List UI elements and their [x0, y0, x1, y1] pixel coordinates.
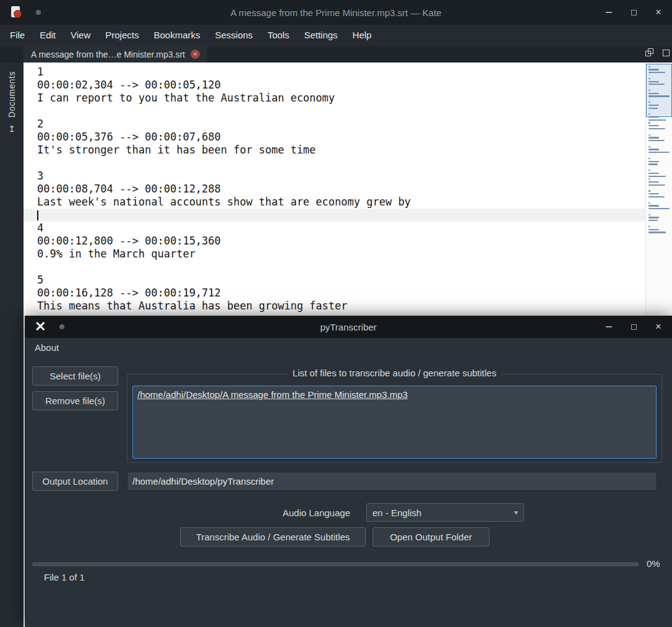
menu-sessions[interactable]: Sessions: [208, 25, 261, 46]
minimap-line: [648, 134, 650, 136]
editor-line[interactable]: 00:00:02,304 --> 00:00:05,120: [24, 79, 645, 92]
editor-line[interactable]: 00:00:12,800 --> 00:00:15,360: [24, 235, 645, 248]
editor-line[interactable]: [24, 261, 645, 274]
output-location-button[interactable]: Output Location: [32, 472, 118, 491]
editor-line[interactable]: 2: [24, 118, 645, 131]
minimap-line: [648, 220, 658, 221]
tab-close-button[interactable]: ×: [191, 50, 200, 59]
file-list[interactable]: /home/adhi/Desktop/A message from the Pr…: [132, 386, 657, 459]
minimap-line: [648, 170, 650, 171]
kate-app-icon-badge: [14, 10, 22, 18]
minimap-line: [648, 163, 658, 165]
minimap-line: [648, 178, 650, 179]
minimap-line: [648, 125, 659, 126]
desktop: A message from the Prime Minister.mp3.sr…: [0, 0, 672, 627]
minimap-line: [648, 193, 659, 194]
minimap-line: [648, 199, 650, 201]
tab-close-icon: ×: [193, 51, 197, 58]
minimap-line: [648, 146, 650, 147]
audio-language-select[interactable]: en - English ▾: [366, 503, 524, 522]
sidebar-item-documents[interactable]: Documents: [7, 71, 17, 118]
minimize-icon: [606, 12, 612, 13]
menu-view[interactable]: View: [63, 25, 98, 46]
editor-line[interactable]: 00:00:08,704 --> 00:00:12,288: [24, 183, 645, 196]
files-groupbox: List of files to transcribe audio / gene…: [127, 374, 662, 463]
documents-panel-icon: ↥: [8, 124, 15, 134]
minimap-line: [648, 176, 666, 177]
minimap-line: [648, 128, 665, 129]
menu-projects[interactable]: Projects: [98, 25, 146, 46]
minimap-line: [648, 223, 650, 224]
document-tab[interactable]: A message from the…e Minister.mp3.srt ×: [24, 46, 207, 63]
minimap-line: [648, 152, 670, 153]
editor-line[interactable]: 5: [24, 274, 645, 287]
editor-line[interactable]: 00:00:05,376 --> 00:00:07,680: [24, 131, 645, 144]
indicator-dot: [36, 10, 41, 15]
open-output-folder-button[interactable]: Open Output Folder: [373, 527, 489, 547]
editor-line[interactable]: 1: [24, 66, 645, 79]
duplicate-tab-icon[interactable]: [645, 48, 655, 58]
transcribe-button[interactable]: Transcribe Audio / Generate Subtitles: [180, 527, 366, 547]
minimap-viewport[interactable]: [646, 64, 672, 117]
maximize-button[interactable]: [629, 322, 639, 332]
editor-line[interactable]: 4: [24, 222, 645, 235]
minimap-line: [648, 158, 650, 159]
minimap-line: [648, 131, 650, 132]
menu-tools[interactable]: Tools: [260, 25, 296, 46]
menu-help[interactable]: Help: [345, 25, 379, 46]
editor-line[interactable]: [24, 105, 645, 118]
minimap-line: [648, 122, 650, 123]
progress-bar: [32, 562, 639, 566]
editor-line[interactable]: I can report to you that the Australian …: [24, 92, 645, 105]
editor-line[interactable]: [24, 209, 645, 222]
menu-edit[interactable]: Edit: [32, 25, 63, 46]
close-icon: ×: [655, 7, 661, 17]
close-icon: ×: [655, 322, 661, 332]
pytranscriber-menubar: About: [25, 338, 672, 358]
minimize-button[interactable]: [604, 322, 614, 332]
menu-about[interactable]: About: [25, 338, 69, 358]
editor-line[interactable]: 3: [24, 170, 645, 183]
maximize-button[interactable]: [629, 7, 639, 17]
close-button[interactable]: ×: [653, 322, 663, 332]
output-location-field[interactable]: /home/adhi/Desktop/pyTranscriber: [127, 472, 657, 491]
minimap-line: [648, 202, 650, 204]
minimap-line: [648, 205, 659, 206]
text-cursor: [37, 210, 38, 220]
close-button[interactable]: ×: [653, 7, 663, 17]
files-groupbox-label: List of files to transcribe audio / gene…: [288, 368, 501, 378]
minimap-line: [648, 166, 650, 168]
editor-line[interactable]: It's stronger than it has been for some …: [24, 144, 645, 157]
kate-tabbar: A message from the…e Minister.mp3.srt ×: [0, 46, 672, 63]
editor-line[interactable]: 0.9% in the March quarter: [24, 248, 645, 261]
minimap-line: [648, 137, 659, 138]
document-tab-label: A message from the…e Minister.mp3.srt: [31, 50, 185, 59]
maximize-icon: [631, 10, 637, 15]
pytranscriber-titlebar: ✕ pyTranscriber ×: [25, 316, 672, 338]
minimap-line: [648, 161, 659, 162]
pytranscriber-window-title: pyTranscriber: [25, 322, 672, 332]
minimize-icon: [606, 326, 612, 327]
minimap-line: [648, 229, 659, 230]
remove-files-button[interactable]: Remove file(s): [32, 391, 118, 410]
kate-titlebar: A message from the Prime Minister.mp3.sr…: [0, 0, 672, 25]
list-item[interactable]: /home/adhi/Desktop/A message from the Pr…: [137, 389, 652, 401]
select-files-button[interactable]: Select file(s): [32, 366, 118, 386]
progress-percent: 0%: [647, 558, 660, 569]
file-counter: File 1 of 1: [44, 572, 85, 582]
editor-line[interactable]: [24, 157, 645, 170]
new-tab-icon[interactable]: [661, 48, 671, 58]
minimap-line: [648, 190, 650, 191]
menu-file[interactable]: File: [2, 25, 32, 46]
menu-settings[interactable]: Settings: [296, 25, 345, 46]
minimap-line: [648, 196, 665, 197]
minimize-button[interactable]: [604, 7, 614, 17]
kate-left-dock: Documents ↥: [0, 63, 24, 627]
editor-line[interactable]: This means that Australia has been growi…: [24, 300, 645, 313]
menu-bookmarks[interactable]: Bookmarks: [146, 25, 207, 46]
maximize-icon: [631, 324, 637, 330]
editor-line[interactable]: 00:00:16,128 --> 00:00:19,712: [24, 287, 645, 300]
editor-line[interactable]: Last week's national accounts show that …: [24, 196, 645, 209]
minimap-line: [648, 188, 650, 189]
minimap-line: [648, 119, 666, 121]
